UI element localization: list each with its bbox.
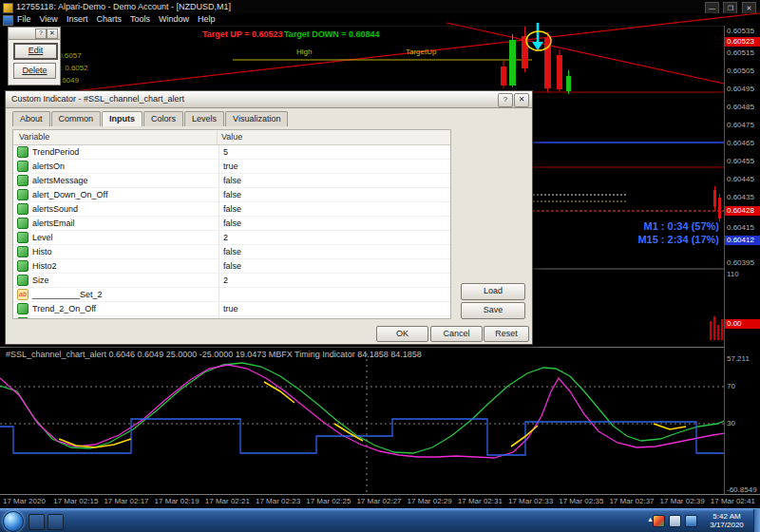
clock-date: 3/17/2020 [702,521,751,529]
param-row[interactable]: alertsOntrue [13,160,450,174]
price-label: 0.60395 [727,258,754,268]
param-name: alertsEmail [32,218,218,228]
delete-button[interactable]: Delete [13,63,56,79]
param-row[interactable]: Histo2false [13,259,450,274]
param-value[interactable]: 2 [218,231,450,244]
param-row[interactable]: Trend_2_On_Offtrue [13,302,450,316]
param-value[interactable]: false [218,202,450,216]
price-label: 70 [727,382,735,391]
m1-timer: M1 : 0:34 (57%) [637,219,719,233]
numeric-param-icon [17,218,28,229]
time-label: 17 Mar 02:21 [205,497,250,505]
price-label: 0.60485 [727,103,754,112]
param-row[interactable]: alertsMessagefalse [13,174,450,188]
param-value[interactable]: 2 [218,316,450,319]
custom-indicator-dialog: Custom Indicator - #SSL_channel_chart_al… [5,90,533,345]
red-price-badge: 0.00 [725,319,760,329]
time-label: 17 Mar 2020 [3,497,46,505]
numeric-param-icon [17,232,28,243]
tab-about[interactable]: About [12,111,50,126]
target-down-label: Target DOWN = 0.60844 [284,29,380,39]
tab-colors[interactable]: Colors [143,111,183,126]
network-icon[interactable] [685,515,697,527]
param-name: alertsOn [32,162,218,171]
cancel-button[interactable]: Cancel [430,326,483,342]
mt4-tray-icon[interactable] [653,515,665,527]
ok-button[interactable]: OK [376,326,428,342]
candle-timer: M1 : 0:34 (57%) M15 : 2:34 (17%) [637,219,719,246]
time-label: 17 Mar 02:33 [508,497,553,505]
param-row[interactable]: Histofalse [13,245,450,259]
load-button[interactable]: Load [461,283,525,300]
price-label: 0.60505 [727,66,754,76]
volume-icon[interactable] [669,515,681,527]
param-value[interactable]: true [218,160,450,173]
time-label: 17 Mar 02:37 [609,497,654,505]
param-row[interactable]: TrendPeriod5 [13,145,450,160]
time-axis[interactable]: 17 Mar 202017 Mar 02:1517 Mar 02:1717 Ma… [0,494,760,509]
param-value[interactable]: 2 [218,274,450,287]
string-param-icon: ab [17,289,28,300]
price-label: 57.211 [727,354,750,364]
param-value[interactable]: false [218,188,450,201]
param-value[interactable]: 5 [218,145,450,159]
param-name: TrendPeriod2 [32,318,218,319]
column-variable: Variable [13,130,217,144]
target-up-label: Target UP = 0.60523 [202,29,282,39]
time-label: 17 Mar 02:39 [660,497,705,505]
param-name: Size [32,276,218,285]
dialog-tabs: AboutCommonInputsColorsLevelsVisualizati… [12,111,289,127]
save-button[interactable]: Save [461,302,525,319]
show-desktop-button[interactable] [753,509,760,532]
table-header: Variable Value [13,130,450,145]
price-label: 0.60435 [727,193,754,202]
time-label: 17 Mar 02:23 [256,497,300,505]
param-value[interactable]: false [218,217,450,230]
red-price-badge: 0.60428 [725,206,760,216]
param-row[interactable]: Level2 [13,231,450,245]
taskbar-app-icon[interactable] [48,514,64,530]
dialog-title-bar[interactable]: Custom Indicator - #SSL_channel_chart_al… [6,91,532,108]
high-line-label: High [296,48,312,56]
param-value[interactable]: false [218,174,450,187]
tab-visualization[interactable]: Visualization [225,111,288,126]
price-label: 0.60445 [727,175,754,184]
param-row[interactable]: ab__________Set_2 [13,288,450,302]
help-icon[interactable]: ? [35,28,47,39]
start-button[interactable] [3,511,24,532]
dialog-close-icon[interactable]: ✕ [514,93,529,107]
system-tray [653,515,697,527]
time-label: 17 Mar 02:19 [155,497,200,505]
price-axis[interactable]: 0.605350.605230.605150.605050.604950.604… [724,26,760,494]
tab-levels[interactable]: Levels [184,111,224,126]
taskbar-app-icon[interactable] [28,514,45,530]
param-value[interactable] [218,288,450,301]
param-row[interactable]: alertsSoundfalse [13,202,450,217]
param-name: alert_Down_On_Off [32,190,218,200]
numeric-param-icon [17,175,28,186]
param-row[interactable]: alert_Down_On_Offfalse [13,188,450,202]
param-row[interactable]: TrendPeriod22 [13,316,450,319]
close-icon[interactable]: ✕ [47,28,58,39]
numeric-param-icon [17,275,28,286]
object-popup-titlebar[interactable]: ? ✕ [9,28,60,40]
tab-inputs[interactable]: Inputs [102,111,142,126]
parameters-table[interactable]: Variable Value TrendPeriod5alertsOntruea… [12,129,451,319]
dialog-help-icon[interactable]: ? [498,93,513,107]
time-label: 17 Mar 02:25 [306,497,351,505]
param-row[interactable]: Size2 [13,274,450,288]
reset-button[interactable]: Reset [484,326,529,342]
numeric-param-icon [17,303,28,314]
price-label: 0.60515 [727,48,754,58]
taskbar-clock[interactable]: 5:42 AM 3/17/2020 [702,512,751,529]
time-label: 17 Mar 02:31 [458,497,503,505]
tab-common[interactable]: Common [51,111,102,126]
param-row[interactable]: alertsEmailfalse [13,217,450,231]
param-name: alertsSound [32,204,218,214]
numeric-param-icon [17,161,28,172]
param-value[interactable]: false [218,245,450,258]
param-value[interactable]: true [218,302,450,315]
edit-button[interactable]: Edit [13,43,58,60]
time-label: 17 Mar 02:35 [559,497,603,505]
param-value[interactable]: false [218,259,450,273]
